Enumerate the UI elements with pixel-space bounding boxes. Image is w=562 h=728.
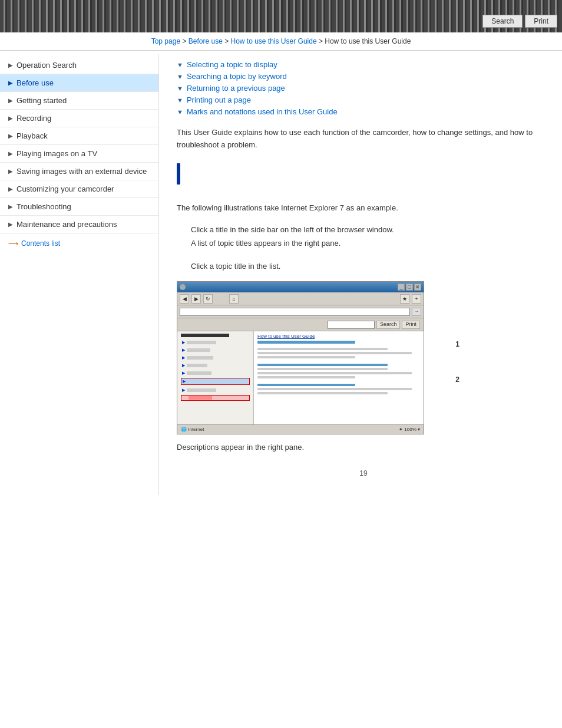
sc-titlebar-icon <box>180 284 186 290</box>
step3-text: Click a topic title in the list. <box>177 259 550 273</box>
arrow-icon: ▶ <box>8 150 13 157</box>
screenshot-image: _ □ ✕ ◀ ▶ ↻ ⌂ ★ + <box>177 281 424 434</box>
sc-print-btn: Print <box>402 321 420 329</box>
sidebar-item-label: Operation Search <box>16 61 77 70</box>
sidebar-item-customizing[interactable]: ▶ Customizing your camcorder <box>0 180 158 198</box>
sc-add-btn: + <box>412 294 421 304</box>
sc-refresh-btn: ↻ <box>203 294 213 304</box>
arrow-icon: ▶ <box>8 168 13 174</box>
breadcrumb-current: How to use this User Guide <box>325 37 411 45</box>
sc-status-left: 🌐 Internet <box>181 427 204 432</box>
arrow-icon: ▶ <box>8 115 13 121</box>
sc-nav-item: ▶ <box>181 347 250 353</box>
sidebar: ▶ Operation Search ▶ Before use ▶ Gettin… <box>0 54 159 495</box>
sc-back-btn: ◀ <box>180 294 189 304</box>
screenshot-label-1: 1 <box>455 340 459 348</box>
breadcrumb-sep1: > <box>182 37 188 45</box>
sidebar-item-label: Recording <box>16 114 51 123</box>
sidebar-item-playback[interactable]: ▶ Playback <box>0 127 158 145</box>
sidebar-item-playing-images[interactable]: ▶ Playing images on a TV <box>0 145 158 163</box>
toc-link-marks[interactable]: Marks and notations used in this User Gu… <box>187 107 338 116</box>
sc-go-btn: → <box>412 308 421 316</box>
sc-home-btn: ⌂ <box>229 294 239 304</box>
page-number: 19 <box>177 469 550 477</box>
arrow-icon: ▶ <box>8 221 13 228</box>
sidebar-item-label: Customizing your camcorder <box>16 185 114 193</box>
toc-triangle-icon: ▼ <box>177 97 183 104</box>
page-header: Search Print <box>0 0 562 32</box>
sidebar-item-before-use[interactable]: ▶ Before use <box>0 74 158 92</box>
arrow-icon: ▶ <box>8 80 13 86</box>
steps-intro: The following illustrations take Interne… <box>177 201 550 215</box>
screenshot-wrapper: _ □ ✕ ◀ ▶ ↻ ⌂ ★ + <box>177 281 442 434</box>
step2-text: A list of topic titles appears in the ri… <box>177 236 550 250</box>
sidebar-item-label: Playback <box>16 131 48 140</box>
breadcrumb-sep3: > <box>319 37 325 45</box>
sc-minimize-btn: _ <box>398 284 405 291</box>
sc-window-controls: _ □ ✕ <box>398 284 421 291</box>
arrow-icon: ▶ <box>8 186 13 192</box>
toc-link-selecting[interactable]: Selecting a topic to display <box>187 60 277 69</box>
arrow-icon: ▶ <box>8 62 13 68</box>
toc-triangle-icon: ▼ <box>177 85 183 92</box>
sc-nav-item-sub <box>181 395 250 401</box>
arrow-icon: ▶ <box>8 97 13 104</box>
sc-address-input <box>180 308 410 316</box>
breadcrumb: Top page > Before use > How to use this … <box>0 32 562 51</box>
sc-nav-item: ▶ <box>181 355 250 361</box>
sc-nav-item: ▶ <box>181 370 250 376</box>
toc-item: ▼ Searching a topic by keyword <box>177 72 550 81</box>
breadcrumb-top-page[interactable]: Top page <box>151 37 180 45</box>
breadcrumb-how-to-use[interactable]: How to use this User Guide <box>231 37 317 45</box>
main-layout: ▶ Operation Search ▶ Before use ▶ Gettin… <box>0 54 562 495</box>
sidebar-item-troubleshooting[interactable]: ▶ Troubleshooting <box>0 198 158 216</box>
sc-nav-item: ▶ <box>181 363 250 368</box>
sidebar-item-label: Saving images with an external device <box>16 167 147 176</box>
sc-address-bar: → <box>177 305 424 318</box>
toc-link-printing[interactable]: Printing out a page <box>187 95 251 104</box>
search-button[interactable]: Search <box>482 15 523 28</box>
toc-link-returning[interactable]: Returning to a previous page <box>187 84 285 93</box>
sidebar-item-recording[interactable]: ▶ Recording <box>0 110 158 127</box>
sc-nav-item-highlighted: ▶ <box>181 378 250 385</box>
toc-item: ▼ Selecting a topic to display <box>177 60 550 69</box>
print-button[interactable]: Print <box>525 15 557 28</box>
breadcrumb-before-use[interactable]: Before use <box>189 37 223 45</box>
sc-toolbar: ◀ ▶ ↻ ⌂ ★ + <box>177 292 424 305</box>
content-area: ▼ Selecting a topic to display ▼ Searchi… <box>159 54 562 495</box>
toc-triangle-icon: ▼ <box>177 73 183 80</box>
sidebar-item-maintenance[interactable]: ▶ Maintenance and precautions <box>0 216 158 233</box>
sc-titlebar: _ □ ✕ <box>177 282 424 292</box>
arrow-icon: ▶ <box>8 203 13 210</box>
arrow-right-icon: ⟶ <box>8 239 18 248</box>
toc-list: ▼ Selecting a topic to display ▼ Searchi… <box>177 60 550 116</box>
sidebar-item-label: Before use <box>16 78 54 87</box>
screenshot-label-2: 2 <box>455 375 459 384</box>
sidebar-item-label: Maintenance and precautions <box>16 220 117 229</box>
breadcrumb-sep2: > <box>224 37 230 45</box>
sc-statusbar: 🌐 Internet ✦ 100% ▾ <box>177 424 424 434</box>
sc-maximize-btn: □ <box>406 284 413 291</box>
sidebar-item-getting-started[interactable]: ▶ Getting started <box>0 92 158 110</box>
header-buttons: Search Print <box>482 15 557 28</box>
toc-triangle-icon: ▼ <box>177 108 183 116</box>
toc-item: ▼ Printing out a page <box>177 95 550 104</box>
sidebar-item-saving-images[interactable]: ▶ Saving images with an external device <box>0 163 158 180</box>
sc-search-input <box>328 321 375 329</box>
sc-right-panel: How to use this User Guide <box>254 331 424 434</box>
contents-list-link[interactable]: ⟶ Contents list <box>0 233 158 253</box>
sc-body: ▶ ▶ ▶ ▶ ▶ ▶ ▶ <box>177 331 424 434</box>
toc-link-searching[interactable]: Searching a topic by keyword <box>187 72 287 81</box>
intro-text: This User Guide explains how to use each… <box>177 127 550 151</box>
sc-fav-btn: ★ <box>400 294 409 304</box>
toc-triangle-icon: ▼ <box>177 61 183 68</box>
sc-search-bar: Search Print <box>177 318 424 331</box>
sc-nav-item: ▶ <box>181 340 250 345</box>
sidebar-item-operation-search[interactable]: ▶ Operation Search <box>0 57 158 74</box>
sc-search-btn: Search <box>376 321 401 329</box>
contents-list-label: Contents list <box>21 239 60 248</box>
sc-close-btn: ✕ <box>414 284 421 291</box>
toc-item: ▼ Marks and notations used in this User … <box>177 107 550 116</box>
section-heading <box>177 163 550 193</box>
sidebar-item-label: Troubleshooting <box>16 202 71 211</box>
